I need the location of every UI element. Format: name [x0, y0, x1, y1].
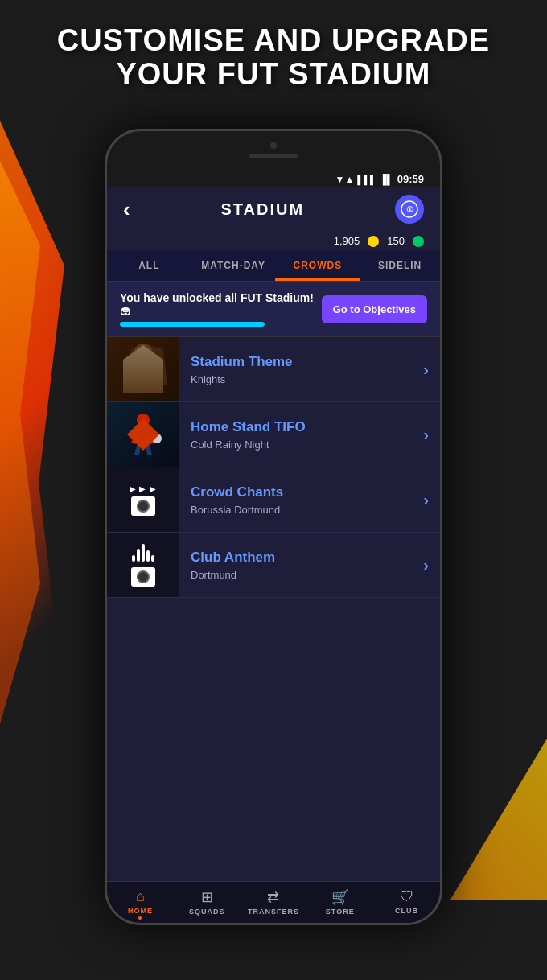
gold-coin-icon	[368, 236, 379, 247]
list-item-club-anthem[interactable]: Club Anthem Dortmund ›	[107, 533, 440, 598]
signal-icon: ▌▌▌	[357, 175, 376, 184]
item-info-club-anthem: Club Anthem Dortmund	[179, 540, 423, 591]
item-title-home-stand: Home Stand TIFO	[191, 419, 412, 435]
thumbnail-stadium-theme	[107, 337, 179, 401]
anthem-speaker-icon	[131, 567, 155, 587]
thumb-anthem-image	[107, 533, 179, 597]
svg-point-17	[152, 434, 162, 443]
thumb-chants-image: ▶ ▶ ▶	[107, 467, 179, 532]
wave-bar-5	[151, 555, 154, 562]
wave-bar-1	[132, 555, 135, 562]
item-title-stadium-theme: Stadium Theme	[191, 354, 412, 370]
nav-item-squads[interactable]: ⊞ SQUADS	[174, 888, 241, 898]
svg-rect-3	[107, 337, 179, 401]
nav-item-home[interactable]: ⌂ HOME	[107, 888, 174, 898]
anthem-icon-group	[131, 544, 155, 587]
chants-icon-group: ▶ ▶ ▶	[130, 484, 158, 516]
heading-line2: YOUR FUT STADIUM	[0, 58, 547, 92]
wave-bar-2	[137, 549, 140, 562]
wave-bar-3	[142, 544, 145, 562]
battery-icon: ▐▌	[380, 174, 393, 185]
svg-marker-13	[131, 428, 139, 444]
thumb-tifo-image	[107, 402, 179, 467]
arrow-icon-club-anthem: ›	[423, 556, 440, 574]
points-amount: 150	[387, 235, 405, 247]
speaker-notch	[249, 154, 298, 158]
thumbnail-crowd-chants: ▶ ▶ ▶	[107, 467, 179, 532]
status-icons: ▼▲ ▌▌▌ ▐▌	[335, 174, 393, 185]
progress-bar	[120, 322, 265, 327]
fut-icon: ①	[395, 195, 424, 224]
currency-bar: 1,905 150	[107, 232, 440, 250]
list-section: Stadium Theme Knights ›	[107, 337, 440, 598]
anthem-speaker-box	[131, 567, 155, 587]
unlock-banner: You have unlocked all FUT Stadium! 🏟 Go …	[107, 282, 440, 337]
list-item-home-stand-tifo[interactable]: Home Stand TIFO Cold Rainy Night ›	[107, 402, 440, 467]
phone-frame: ▼▲ ▌▌▌ ▐▌ 09:59 ‹ STADIUM ① 1,905 150	[105, 129, 442, 925]
svg-point-11	[137, 414, 150, 426]
thumbnail-club-anthem	[107, 533, 179, 597]
unlock-text: You have unlocked all FUT Stadium! 🏟	[120, 291, 322, 317]
page-title: STADIUM	[221, 200, 305, 219]
item-info-home-stand: Home Stand TIFO Cold Rainy Night	[179, 410, 423, 460]
wave-bar-4	[146, 550, 150, 562]
status-time: 09:59	[397, 173, 424, 185]
tab-sideline[interactable]: SIDELIN	[360, 250, 440, 281]
svg-text:①: ①	[405, 205, 413, 214]
anthem-waves-icon	[132, 544, 154, 562]
progress-bar-fill	[120, 322, 265, 327]
item-subtitle-home-stand: Cold Rainy Night	[191, 439, 412, 451]
item-info-stadium-theme: Stadium Theme Knights	[179, 344, 423, 395]
speaker-circle-icon	[137, 500, 150, 513]
phone-notch	[107, 131, 440, 171]
arrow-icon-stadium-theme: ›	[423, 360, 440, 379]
nav-item-transfers[interactable]: ⇄ TRANSFERS	[241, 888, 307, 898]
item-subtitle-club-anthem: Dortmund	[191, 569, 412, 581]
item-subtitle-crowd-chants: Borussia Dortmund	[191, 504, 412, 516]
tab-matchday[interactable]: MATCH-DAY	[191, 250, 276, 281]
svg-point-5	[134, 344, 153, 363]
main-heading: CUSTOMISE AND UPGRADE YOUR FUT STADIUM	[0, 24, 547, 92]
thumbnail-home-stand	[107, 402, 179, 467]
heading-line1: CUSTOMISE AND UPGRADE	[0, 24, 547, 58]
speaker-box-icon	[131, 496, 155, 516]
nav-item-store[interactable]: 🛒 STORE	[306, 888, 373, 898]
home-icon: ⌂	[136, 888, 145, 898]
wifi-icon: ▼▲	[335, 174, 355, 185]
objectives-button[interactable]: Go to Objectives	[322, 295, 427, 323]
green-coin-icon	[413, 236, 424, 247]
item-subtitle-stadium-theme: Knights	[191, 373, 412, 385]
arrow-icon-home-stand: ›	[423, 426, 440, 444]
squads-icon: ⊞	[201, 888, 213, 898]
thumb-stadium-image	[107, 337, 179, 401]
status-bar: ▼▲ ▌▌▌ ▐▌ 09:59	[107, 171, 440, 187]
arrow-icon-crowd-chants: ›	[423, 491, 440, 509]
phone-screen: ‹ STADIUM ① 1,905 150 ALL MATCH-DAY	[107, 187, 440, 898]
svg-rect-12	[138, 426, 149, 443]
club-icon: 🛡	[400, 888, 414, 898]
tabs-container: ALL MATCH-DAY CROWDS SIDELIN	[107, 250, 440, 282]
coin-amount: 1,905	[334, 235, 360, 247]
anthem-speaker-circle	[137, 570, 150, 583]
item-title-crowd-chants: Crowd Chants	[191, 484, 412, 500]
store-icon: 🛒	[331, 888, 349, 898]
svg-rect-10	[107, 402, 179, 467]
transfers-icon: ⇄	[267, 888, 279, 898]
svg-marker-7	[123, 361, 135, 381]
item-title-club-anthem: Club Anthem	[191, 550, 412, 566]
bottom-nav: ⌂ HOME ⊞ SQUADS ⇄ TRANSFERS 🛒 STORE 🛡 CL…	[107, 881, 440, 898]
nav-item-club[interactable]: 🛡 CLUB	[373, 888, 440, 898]
chants-arrows-icon: ▶ ▶ ▶	[130, 484, 158, 493]
list-item-crowd-chants[interactable]: ▶ ▶ ▶ Crowd Chants Borussia Dortmund ›	[107, 467, 440, 533]
back-button[interactable]: ‹	[123, 197, 130, 222]
camera-notch	[270, 142, 277, 149]
tab-all[interactable]: ALL	[107, 250, 191, 281]
svg-marker-8	[151, 361, 163, 381]
item-info-crowd-chants: Crowd Chants Borussia Dortmund	[179, 475, 423, 525]
tab-crowds[interactable]: CROWDS	[275, 250, 360, 281]
header-bar: ‹ STADIUM ①	[107, 187, 440, 232]
svg-rect-6	[135, 363, 151, 385]
unlock-text-wrap: You have unlocked all FUT Stadium! 🏟	[120, 291, 322, 327]
list-item-stadium-theme[interactable]: Stadium Theme Knights ›	[107, 337, 440, 402]
